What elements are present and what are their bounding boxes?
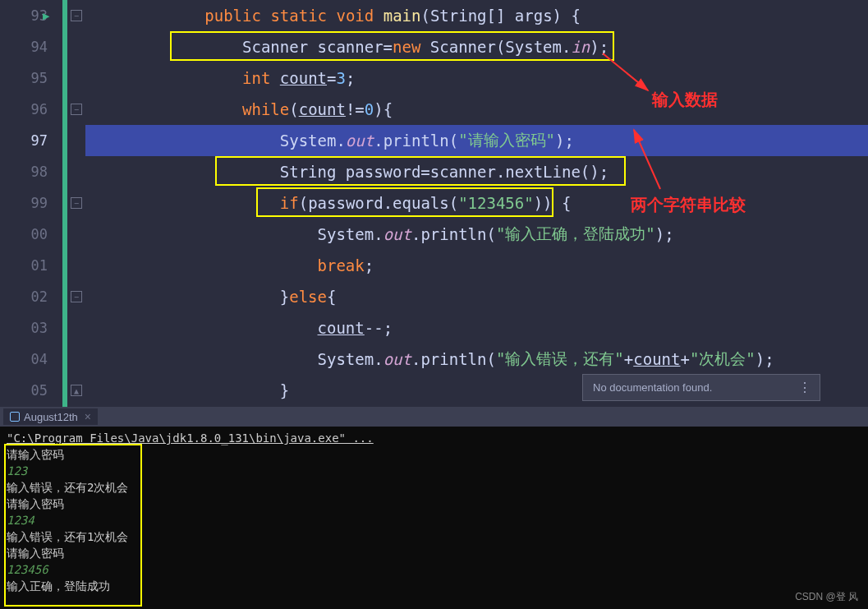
terminal-line: 1234 bbox=[7, 512, 861, 528]
terminal-line: 请输入密码 bbox=[7, 446, 861, 463]
doc-tooltip: No documentation found. ⋮ bbox=[582, 374, 820, 401]
terminal-line: 输入错误，还有2次机会 bbox=[7, 479, 861, 496]
code-line[interactable]: while(count!=0){ bbox=[85, 94, 868, 125]
line-number: 99 bbox=[0, 187, 62, 219]
run-icon[interactable]: ▶ bbox=[43, 9, 49, 22]
more-icon[interactable]: ⋮ bbox=[798, 380, 810, 395]
code-line[interactable]: if(password.equals("123456")) { bbox=[85, 187, 868, 219]
line-number: 98 bbox=[0, 156, 62, 187]
terminal-line: 请输入密码 bbox=[7, 496, 861, 512]
tooltip-text: No documentation found. bbox=[593, 381, 712, 394]
code-line[interactable]: count--; bbox=[85, 312, 868, 344]
annotation-text: 输入数据 bbox=[652, 89, 718, 111]
line-number: 95 bbox=[0, 62, 62, 94]
line-number: 04 bbox=[0, 344, 62, 375]
fold-icon[interactable]: − bbox=[71, 104, 82, 115]
terminal-line: 输入正确，登陆成功 bbox=[7, 578, 861, 594]
code-line-current[interactable]: System.out.println("请输入密码"); bbox=[85, 125, 868, 156]
code-content[interactable]: public static void main(String[] args) {… bbox=[85, 0, 868, 407]
code-line[interactable]: System.out.println("输入正确，登陆成功"); bbox=[85, 219, 868, 250]
line-number: 02 bbox=[0, 281, 62, 312]
terminal-line: 输入错误，还有1次机会 bbox=[7, 528, 861, 545]
line-number: 93▶ bbox=[0, 0, 62, 31]
line-number: 96 bbox=[0, 94, 62, 125]
line-number-current: 97 bbox=[0, 125, 62, 156]
line-number: 01 bbox=[0, 250, 62, 281]
fold-icon[interactable]: − bbox=[71, 197, 82, 209]
terminal-output[interactable]: "C:\Program Files\Java\jdk1.8.0_131\bin\… bbox=[0, 427, 868, 609]
line-number: 03 bbox=[0, 312, 62, 344]
run-tab[interactable]: August12th × bbox=[3, 408, 98, 425]
line-number: 94 bbox=[0, 31, 62, 62]
line-number: 00 bbox=[0, 219, 62, 250]
terminal-line: 请输入密码 bbox=[7, 545, 861, 561]
annotation-text: 两个字符串比较 bbox=[631, 194, 746, 216]
fold-icon[interactable]: − bbox=[71, 291, 82, 302]
fold-column: − − − − ▲ bbox=[62, 0, 85, 407]
code-line[interactable]: String password=scanner.nextLine(); bbox=[85, 156, 868, 187]
code-line[interactable]: Scanner scanner=new Scanner(System.in); bbox=[85, 31, 868, 62]
code-line[interactable]: break; bbox=[85, 250, 868, 281]
line-number-gutter: 93▶ 94 95 96 97 98 99 00 01 02 03 04 05 bbox=[0, 0, 62, 407]
terminal-line: 123456 bbox=[7, 561, 861, 578]
code-line[interactable]: public static void main(String[] args) { bbox=[85, 0, 868, 31]
watermark: CSDN @登 风 bbox=[795, 590, 858, 604]
line-number: 05 bbox=[0, 375, 62, 406]
code-editor[interactable]: 93▶ 94 95 96 97 98 99 00 01 02 03 04 05 … bbox=[0, 0, 868, 407]
terminal-line: 123 bbox=[7, 463, 861, 479]
code-line[interactable]: }else{ bbox=[85, 281, 868, 312]
code-line[interactable]: System.out.println("输入错误，还有"+count+"次机会"… bbox=[85, 344, 868, 375]
close-icon[interactable]: × bbox=[85, 410, 91, 423]
tab-label: August12th bbox=[24, 411, 78, 423]
console-icon bbox=[10, 412, 20, 422]
terminal-command: "C:\Program Files\Java\jdk1.8.0_131\bin\… bbox=[7, 430, 861, 446]
run-tab-bar: August12th × bbox=[0, 407, 868, 427]
code-line[interactable]: int count=3; bbox=[85, 62, 868, 94]
fold-icon[interactable]: ▲ bbox=[71, 385, 82, 396]
fold-icon[interactable]: − bbox=[71, 10, 82, 21]
